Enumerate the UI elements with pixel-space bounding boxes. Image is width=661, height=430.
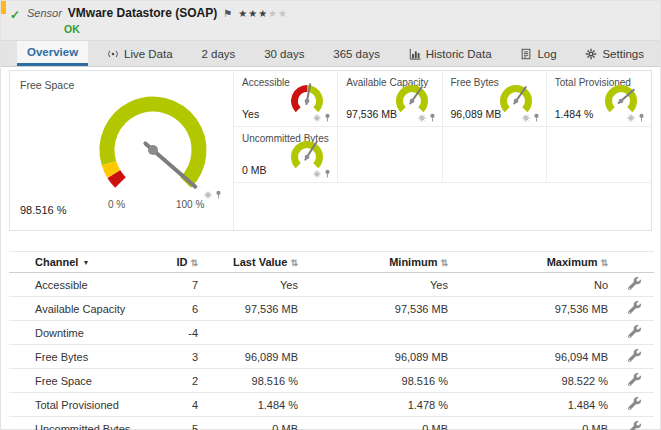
gauge-settings-gear-icon[interactable]: [313, 168, 321, 180]
gauge-pin-icon[interactable]: [215, 189, 222, 201]
gauge-settings-gear-icon[interactable]: [418, 112, 426, 124]
col-header-id[interactable]: ID⇅: [159, 252, 204, 273]
settings-icon: [585, 48, 597, 60]
channel-settings-wrench-icon[interactable]: [614, 297, 654, 321]
gauge-pin-icon[interactable]: [533, 112, 540, 124]
channel-value: No: [454, 273, 614, 297]
gauge-settings-gear-icon[interactable]: [204, 189, 212, 201]
gauge-mini-icons[interactable]: [204, 189, 222, 201]
channel-value: 97,536 MB: [204, 297, 304, 321]
tab-settings[interactable]: Settings: [575, 41, 654, 66]
tab-live-data[interactable]: Live Data: [97, 41, 183, 66]
tab-bar: OverviewLive Data2 days30 days365 daysHi…: [1, 41, 660, 67]
gauge-settings-gear-icon[interactable]: [313, 112, 321, 124]
channel-row-total-provisioned[interactable]: Total Provisioned41.484 %1.478 %1.484 %: [9, 393, 654, 417]
channel-value: 5: [159, 417, 204, 430]
log-icon: [520, 48, 532, 60]
channel-value: 98.522 %: [454, 369, 614, 393]
channel-value: 97,536 MB: [454, 297, 614, 321]
gauge-value: 98.516 %: [20, 204, 66, 216]
channel-settings-wrench-icon[interactable]: [614, 273, 654, 297]
channel-value: [304, 321, 454, 345]
gauge-value: 0 MB: [242, 164, 267, 176]
sort-arrows-icon: ⇅: [290, 258, 298, 268]
gauge-value: 96,089 MB: [451, 108, 502, 120]
gauge-max-label: 100 %: [176, 199, 204, 210]
tab-label: 365 days: [333, 48, 380, 60]
channel-row-downtime[interactable]: Downtime-4: [9, 321, 654, 345]
sort-arrows-icon: ⇅: [190, 258, 198, 268]
stars-empty: ★★: [268, 8, 288, 19]
sensor-overview-page: ✓ Sensor VMware Datastore (SOAP) ⚑ ★★★★★…: [0, 0, 661, 430]
channel-value: 98.516 %: [304, 369, 454, 393]
channel-value: [454, 321, 614, 345]
col-header-label: Last Value: [233, 256, 287, 268]
channel-value: 0 MB: [304, 417, 454, 430]
tab-365-days[interactable]: 365 days: [323, 41, 390, 66]
tab-label: Historic Data: [426, 48, 492, 60]
channel-value: 4: [159, 393, 204, 417]
col-header-label: Channel: [35, 256, 78, 268]
sensor-status-badge: OK: [64, 23, 650, 35]
tab-log[interactable]: Log: [510, 41, 566, 66]
gauge-cell-uncommitted-bytes: Uncommitted Bytes0 MB: [234, 127, 338, 183]
tab-label: Overview: [27, 46, 78, 58]
channel-row-free-bytes[interactable]: Free Bytes396,089 MB96,089 MB96,094 MB: [9, 345, 654, 369]
channel-name[interactable]: Uncommitted Bytes: [9, 417, 159, 430]
col-header-last-value[interactable]: Last Value⇅: [204, 252, 304, 273]
channel-gauges-grid: AccessibleYesAvailable Capacity97,536 MB…: [234, 71, 651, 230]
gauge-cell-accessible: AccessibleYes: [234, 71, 338, 127]
channel-row-available-capacity[interactable]: Available Capacity697,536 MB97,536 MB97,…: [9, 297, 654, 321]
channel-settings-wrench-icon[interactable]: [614, 321, 654, 345]
channel-value: 2: [159, 369, 204, 393]
gauge-pin-icon[interactable]: [324, 168, 331, 180]
tab-overview[interactable]: Overview: [17, 41, 88, 66]
tab-label: 30 days: [264, 48, 304, 60]
channel-name[interactable]: Free Bytes: [9, 345, 159, 369]
channel-row-free-space[interactable]: Free Space298.516 %98.516 %98.522 %: [9, 369, 654, 393]
channel-settings-wrench-icon[interactable]: [614, 369, 654, 393]
channel-value: 1.484 %: [204, 393, 304, 417]
channel-name[interactable]: Free Space: [9, 369, 159, 393]
channel-value: 96,094 MB: [454, 345, 614, 369]
channel-value: Yes: [304, 273, 454, 297]
col-header-maximum[interactable]: Maximum⇅: [454, 252, 614, 273]
gauges-panel: Free Space 0 % 100 % 98.516 % Accessible…: [9, 70, 652, 231]
col-header-settings: [614, 252, 654, 273]
priority-stars[interactable]: ★★★★★: [238, 8, 288, 19]
sensor-title-block: Sensor VMware Datastore (SOAP) ⚑ ★★★★★ O…: [27, 6, 650, 35]
priority-corner-strip: [1, 1, 6, 14]
priority-flag-icon[interactable]: ⚑: [223, 8, 232, 19]
channel-value: [204, 321, 304, 345]
tab-30-days[interactable]: 30 days: [254, 41, 314, 66]
col-header-label: Minimum: [389, 256, 437, 268]
gauge-pin-icon[interactable]: [638, 112, 645, 124]
tab-historic-data[interactable]: Historic Data: [399, 41, 502, 66]
col-header-channel[interactable]: Channel▼: [9, 252, 159, 273]
channels-table-header: Channel▼ID⇅Last Value⇅Minimum⇅Maximum⇅: [9, 252, 654, 273]
gauge-label: Free Bytes: [451, 77, 499, 88]
channel-name[interactable]: Downtime: [9, 321, 159, 345]
channel-value: 98.516 %: [204, 369, 304, 393]
channel-row-accessible[interactable]: Accessible7YesYesNo: [9, 273, 654, 297]
gauge-settings-gear-icon[interactable]: [522, 112, 530, 124]
channel-value: 6: [159, 297, 204, 321]
channel-value: 0 MB: [204, 417, 304, 430]
channel-value: 3: [159, 345, 204, 369]
gauge-label: Accessible: [242, 77, 290, 88]
channel-settings-wrench-icon[interactable]: [614, 345, 654, 369]
channel-value: 1.478 %: [304, 393, 454, 417]
gauge-pin-icon[interactable]: [429, 112, 436, 124]
sensor-header: ✓ Sensor VMware Datastore (SOAP) ⚑ ★★★★★…: [1, 1, 660, 41]
channel-settings-wrench-icon[interactable]: [614, 417, 654, 430]
gauge-settings-gear-icon[interactable]: [627, 112, 635, 124]
col-header-minimum[interactable]: Minimum⇅: [304, 252, 454, 273]
channel-row-uncommitted-bytes[interactable]: Uncommitted Bytes50 MB0 MB0 MB: [9, 417, 654, 430]
gauge-pin-icon[interactable]: [324, 112, 331, 124]
channel-settings-wrench-icon[interactable]: [614, 393, 654, 417]
channel-name[interactable]: Total Provisioned: [9, 393, 159, 417]
tab-2-days[interactable]: 2 days: [191, 41, 245, 66]
stars-filled: ★★★: [238, 8, 268, 19]
channel-name[interactable]: Available Capacity: [9, 297, 159, 321]
channel-name[interactable]: Accessible: [9, 273, 159, 297]
